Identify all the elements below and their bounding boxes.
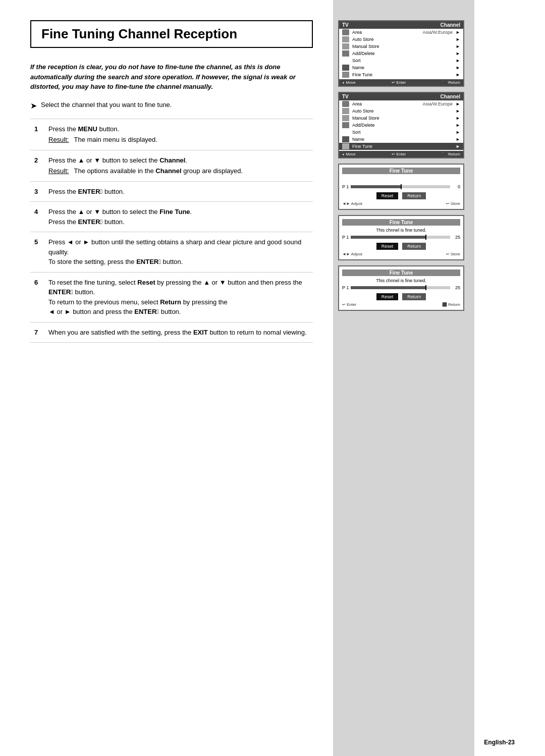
footer-enter: ↩ Enter: [392, 152, 406, 156]
step-content: Press the ENTER button.: [44, 181, 313, 202]
reset-button-2[interactable]: Reset: [376, 243, 399, 250]
ft-buttons-1: Reset Return: [342, 192, 460, 199]
return-bold: Return: [160, 298, 181, 306]
grid-icon: [342, 108, 349, 114]
ft-bar-container-2: [351, 236, 450, 239]
tv-arrow: ►: [456, 65, 460, 70]
page-number: English-23: [484, 739, 515, 746]
result-text: The options available in the Channel gro…: [74, 166, 243, 176]
ft-bar-marker-2: [425, 235, 426, 240]
tv-arrow: ►: [456, 137, 460, 142]
tv-menu-label: Auto Store: [352, 109, 453, 114]
tv-menu-label: Auto Store: [352, 37, 453, 42]
grid2-icon: [342, 143, 349, 149]
tv-arrow: ►: [456, 72, 460, 77]
tv-label-2: TV: [342, 94, 349, 99]
ft-bar-row-2: P 1 25: [342, 235, 460, 240]
ft-footer-1: ◄► Adjust ↩ Store: [342, 201, 460, 206]
tv-footer-2: ⬧ Move ↩ Enter ⬛ Return: [339, 151, 463, 157]
table-row: 1 Press the MENU button. Result: The mai…: [30, 119, 313, 150]
step-number: 3: [30, 181, 44, 202]
enter-bold2: ENTER: [78, 218, 100, 226]
ft-buttons-3: Reset Return: [342, 293, 460, 300]
reset-button-3[interactable]: Reset: [376, 293, 399, 300]
tv-arrow: ►: [456, 101, 460, 106]
ft-p-label-1: P 1: [342, 184, 349, 189]
tv-menu-value: Asia/W.Europe: [423, 101, 453, 106]
tv-menu-row: Auto Store ►: [339, 107, 463, 115]
step-number: 6: [30, 272, 44, 322]
result-text: The main menu is displayed.: [74, 135, 157, 145]
step-content: Press the ▲ or ▼ button to select the Fi…: [44, 202, 313, 232]
tv-arrow: ►: [456, 51, 460, 56]
tv-channel-2: Channel: [441, 94, 460, 99]
footer-return: ⬛ Return: [442, 80, 460, 85]
ft-footer-3: ↩ Enter ⬛ Return: [342, 302, 460, 307]
table-row: 6 To reset the fine tuning, select Reset…: [30, 272, 313, 322]
step-content: To reset the fine tuning, select Reset b…: [44, 272, 313, 322]
ft-bar-container-3: [351, 286, 450, 289]
tv-arrow: ►: [456, 144, 460, 149]
footer-return: ⬛ Return: [442, 152, 460, 156]
speaker-icon: [342, 50, 349, 57]
blank-icon: [342, 129, 349, 135]
antenna-icon: [342, 29, 349, 35]
tv-menu-value: Asia/W.Europe: [423, 30, 453, 35]
return-button-3[interactable]: Return: [402, 293, 426, 300]
ft-store-2: ↩ Store: [446, 252, 460, 256]
grid-icon: [342, 36, 349, 42]
tv-menu-row: Sort ►: [339, 129, 463, 136]
ft-message-1: [342, 176, 460, 182]
tv-channel-1: Channel: [441, 22, 460, 28]
prerequisite-text: Select the channel that you want to fine…: [41, 101, 172, 109]
grid-icon: [342, 43, 349, 49]
ft-message-2: This chnnel is fine tuned.: [342, 228, 460, 233]
ft-p-label-2: P 1: [342, 235, 349, 240]
return-button-2[interactable]: Return: [402, 243, 426, 250]
cursor-icon: [342, 65, 349, 71]
table-row: 2 Press the ▲ or ▼ button to select the …: [30, 150, 313, 181]
tv-menu-label: Area: [352, 101, 420, 106]
steps-table: 1 Press the MENU button. Result: The mai…: [30, 119, 313, 343]
tv-menu-label: Sort: [352, 130, 453, 135]
ft-title-3: Fine Tune: [342, 269, 460, 276]
ft-p-label-3: P 1: [342, 285, 349, 290]
ft-value-2: 25: [452, 235, 460, 240]
enter-bold4: ENTER: [48, 288, 71, 296]
tv-menu-label: Name: [352, 137, 453, 142]
ft-adjust-2: ◄► Adjust: [342, 252, 362, 256]
tv-menu-label: Manual Store: [352, 44, 453, 49]
page: Fine Tuning Channel Reception If the rec…: [0, 0, 545, 756]
table-row: 7 When you are satisfied with the settin…: [30, 322, 313, 343]
menu-bold: MENU: [78, 125, 97, 133]
ft-value-1: 0: [452, 184, 460, 189]
ft-buttons-2: Reset Return: [342, 243, 460, 250]
ft-bar-row-1: P 1 0: [342, 184, 460, 189]
tv-menu-label: Add/Delete: [352, 51, 453, 56]
tv-menu-row: Name ►: [339, 64, 463, 71]
speaker-icon: [342, 122, 349, 128]
tv-menu-row-highlighted: Fine Tune ►: [339, 143, 463, 150]
tv-menu-row: Add/Delete ►: [339, 122, 463, 129]
exit-bold: EXIT: [193, 329, 208, 336]
tv-arrow: ►: [456, 109, 460, 114]
step-number: 7: [30, 322, 44, 343]
return-button-1[interactable]: Return: [402, 192, 426, 199]
step-content: Press ◄ or ► button until the setting ob…: [44, 232, 313, 273]
tv-menu-label: Name: [352, 65, 453, 70]
ft-footer-2: ◄► Adjust ↩ Store: [342, 252, 460, 256]
reset-button-1[interactable]: Reset: [376, 192, 399, 199]
result-label: Result:: [48, 135, 69, 145]
tv-menu-row: Manual Store ►: [339, 43, 463, 50]
tv-menu-label: Fine Tune: [352, 72, 453, 77]
tv-screen-1: TV Channel Area Asia/W.Europe ► Auto Sto…: [338, 20, 464, 87]
ft-message-3: This chnnel is fine tuned.: [342, 278, 460, 283]
ft-bar-fill-3: [351, 286, 425, 289]
intro-text: If the reception is clear, you do not ha…: [30, 62, 313, 92]
tv-arrow: ►: [456, 130, 460, 135]
step-number: 2: [30, 150, 44, 181]
tv-menu-row: Sort ►: [339, 57, 463, 64]
tv-menu-row: Area Asia/W.Europe ►: [339, 100, 463, 107]
ft-bar-fill-2: [351, 236, 425, 239]
tv-header-1: TV Channel: [339, 21, 463, 29]
